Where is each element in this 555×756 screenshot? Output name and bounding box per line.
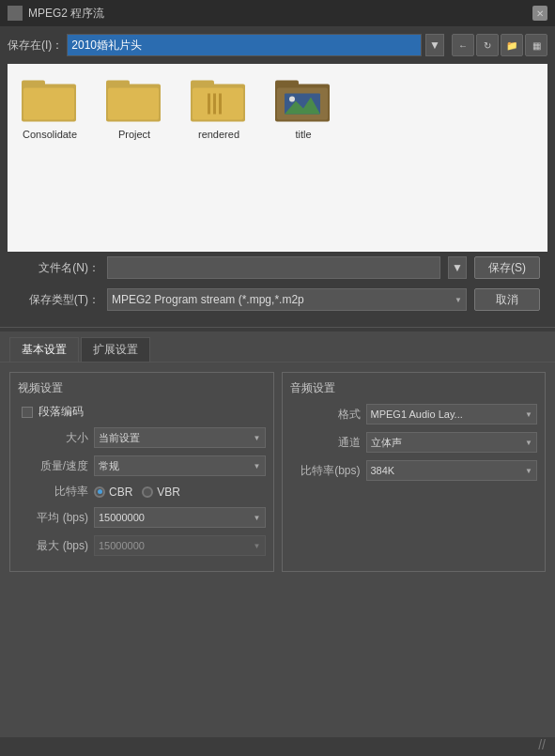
folder-icon bbox=[106, 73, 162, 125]
size-dropdown-arrow-icon: ▼ bbox=[254, 434, 261, 442]
audio-format-arrow-icon: ▼ bbox=[525, 410, 532, 419]
size-dropdown[interactable]: 当前设置 ▼ bbox=[94, 427, 266, 448]
divider bbox=[0, 327, 555, 328]
video-panel-title: 视频设置 bbox=[18, 380, 266, 396]
size-value: 当前设置 bbox=[99, 431, 140, 445]
quality-label: 质量/速度 bbox=[18, 458, 88, 474]
view-button[interactable]: ▦ bbox=[525, 34, 547, 56]
folder-label: title bbox=[295, 129, 311, 140]
back-button[interactable]: ← bbox=[452, 34, 474, 56]
cancel-button[interactable]: 取消 bbox=[474, 288, 540, 311]
bitrate-label: 比特率 bbox=[18, 484, 88, 500]
audio-bitrate-arrow-icon: ▼ bbox=[525, 467, 532, 475]
audio-bitrate-label: 比特率(bps) bbox=[290, 463, 361, 479]
max-bps-label: 最大 (bps) bbox=[18, 538, 88, 554]
audio-format-dropdown[interactable]: MPEG1 Audio Lay... ▼ bbox=[366, 404, 538, 424]
folder-button[interactable]: 📁 bbox=[501, 34, 523, 56]
audio-bitrate-dropdown[interactable]: 384K ▼ bbox=[366, 460, 538, 481]
app-icon bbox=[8, 6, 23, 21]
quality-dropdown[interactable]: 常规 ▼ bbox=[94, 455, 266, 476]
size-label: 大小 bbox=[18, 430, 88, 446]
settings-section: 基本设置 扩展设置 视频设置 段落编码 大小 当前设置 ▼ bbox=[0, 332, 555, 737]
max-bps-field: 15000000 ▼ bbox=[94, 535, 266, 556]
file-type-label: 保存类型(T)： bbox=[15, 292, 100, 308]
svg-rect-4 bbox=[106, 81, 130, 88]
dialog: 保存在(I)： ▼ ← ↻ 📁 ▦ Cons bbox=[0, 26, 555, 756]
bitrate-radio-group: CBR VBR bbox=[94, 486, 266, 499]
cbr-option[interactable]: CBR bbox=[94, 486, 132, 499]
file-type-select[interactable]: MPEG2 Program stream (*.mpg,*.m2p ▼ bbox=[107, 288, 467, 311]
audio-channel-row: 通道 立体声 ▼ bbox=[290, 432, 538, 453]
audio-channel-value: 立体声 bbox=[371, 436, 402, 450]
vbr-label: VBR bbox=[157, 486, 180, 499]
file-content-area: Consolidate Project bbox=[8, 64, 547, 252]
tab-basic-settings[interactable]: 基本设置 bbox=[9, 337, 79, 362]
file-type-value: MPEG2 Program stream (*.mpg,*.m2p bbox=[112, 293, 304, 306]
list-item[interactable]: Project bbox=[101, 73, 167, 140]
audio-bitrate-row: 比特率(bps) 384K ▼ bbox=[290, 460, 538, 481]
audio-settings-panel: 音频设置 格式 MPEG1 Audio Lay... ▼ 通道 立体声 ▼ bbox=[282, 372, 547, 572]
tab-extended-settings[interactable]: 扩展设置 bbox=[81, 337, 150, 362]
avg-bps-value: 15000000 bbox=[99, 512, 145, 523]
folder-label: rendered bbox=[198, 129, 239, 140]
settings-tabs: 基本设置 扩展设置 bbox=[0, 332, 555, 363]
title-bar-left: MPEG2 程序流 bbox=[8, 6, 104, 22]
interlaced-checkbox[interactable] bbox=[22, 407, 33, 418]
refresh-button[interactable]: ↻ bbox=[476, 34, 499, 56]
file-browser: 保存在(I)： ▼ ← ↻ 📁 ▦ Cons bbox=[0, 26, 555, 323]
audio-channel-arrow-icon: ▼ bbox=[525, 439, 532, 447]
settings-content: 视频设置 段落编码 大小 当前设置 ▼ 质量/速度 bbox=[0, 363, 555, 581]
interlaced-row: 段落编码 bbox=[18, 404, 266, 420]
size-row: 大小 当前设置 ▼ bbox=[18, 427, 266, 448]
bitrate-row: 比特率 CBR VBR bbox=[18, 484, 266, 500]
quality-value: 常规 bbox=[99, 459, 119, 473]
location-label: 保存在(I)： bbox=[8, 38, 63, 54]
avg-bps-row: 平均 (bps) 15000000 ▼ bbox=[18, 507, 266, 528]
svg-rect-13 bbox=[275, 81, 299, 88]
nav-buttons: ← ↻ 📁 ▦ bbox=[452, 34, 547, 56]
vbr-option[interactable]: VBR bbox=[142, 486, 180, 499]
svg-point-17 bbox=[289, 97, 295, 102]
avg-bps-label: 平均 (bps) bbox=[18, 510, 88, 526]
interlaced-label: 段落编码 bbox=[39, 404, 84, 420]
svg-rect-9 bbox=[208, 94, 210, 115]
svg-rect-7 bbox=[191, 81, 214, 88]
location-dropdown[interactable]: ▼ bbox=[425, 34, 444, 56]
title-bar: MPEG2 程序流 ✕ bbox=[0, 0, 555, 26]
file-name-input[interactable] bbox=[107, 256, 440, 279]
list-item[interactable]: Consolidate bbox=[17, 73, 83, 140]
avg-bps-field[interactable]: 15000000 ▼ bbox=[94, 507, 266, 528]
max-bps-arrow-icon: ▼ bbox=[254, 542, 261, 550]
folder-icon bbox=[275, 73, 331, 125]
video-settings-panel: 视频设置 段落编码 大小 当前设置 ▼ 质量/速度 bbox=[9, 372, 274, 572]
max-bps-row: 最大 (bps) 15000000 ▼ bbox=[18, 535, 266, 556]
save-button[interactable]: 保存(S) bbox=[474, 256, 540, 279]
audio-bitrate-value: 384K bbox=[371, 465, 395, 476]
audio-channel-label: 通道 bbox=[290, 435, 361, 451]
file-type-row: 保存类型(T)： MPEG2 Program stream (*.mpg,*.m… bbox=[8, 284, 547, 316]
location-bar: 保存在(I)： ▼ ← ↻ 📁 ▦ bbox=[8, 34, 547, 56]
file-name-row: 文件名(N)： ▼ 保存(S) bbox=[8, 252, 547, 284]
svg-rect-1 bbox=[22, 81, 45, 88]
file-name-dropdown[interactable]: ▼ bbox=[448, 256, 467, 279]
title-bar-title: MPEG2 程序流 bbox=[28, 6, 104, 22]
list-item[interactable]: title bbox=[270, 73, 336, 140]
location-input[interactable] bbox=[67, 34, 422, 56]
cbr-radio[interactable] bbox=[94, 486, 105, 498]
list-item[interactable]: rendered bbox=[186, 73, 252, 140]
dropdown-arrow-icon: ▼ bbox=[455, 296, 462, 304]
svg-rect-2 bbox=[23, 88, 74, 120]
vbr-radio[interactable] bbox=[142, 486, 153, 498]
close-button[interactable]: ✕ bbox=[532, 6, 547, 21]
audio-panel-title: 音频设置 bbox=[290, 380, 538, 396]
folder-label: Project bbox=[118, 129, 150, 140]
quality-dropdown-arrow-icon: ▼ bbox=[254, 462, 261, 471]
audio-channel-dropdown[interactable]: 立体声 ▼ bbox=[366, 432, 538, 453]
avg-bps-arrow-icon[interactable]: ▼ bbox=[254, 514, 261, 522]
audio-format-row: 格式 MPEG1 Audio Lay... ▼ bbox=[290, 404, 538, 424]
file-name-label: 文件名(N)： bbox=[15, 260, 100, 276]
svg-rect-8 bbox=[193, 88, 243, 120]
svg-rect-11 bbox=[219, 94, 222, 115]
max-bps-value: 15000000 bbox=[99, 540, 145, 551]
resize-handle-icon: // bbox=[538, 737, 546, 752]
